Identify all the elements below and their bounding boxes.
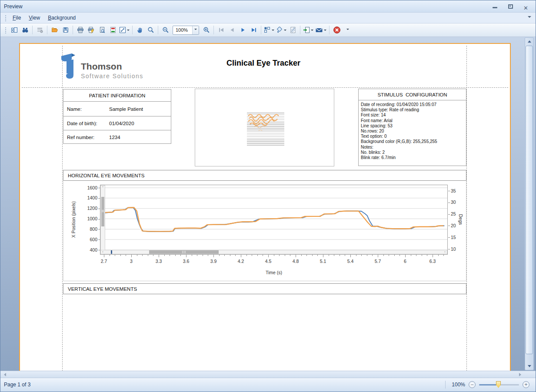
x-tick-label: 6.3 — [426, 259, 439, 264]
status-separator — [445, 381, 446, 389]
zoom-decrease-button[interactable]: − — [469, 381, 476, 388]
arrow-up-icon — [528, 39, 531, 43]
menu-background[interactable]: Background — [44, 13, 80, 22]
zoom-slider[interactable] — [479, 381, 519, 388]
multiple-pages-dropdown-icon — [272, 30, 274, 32]
zoom-combo-dropdown[interactable] — [192, 26, 199, 34]
zoom-slider-track[interactable] — [500, 384, 519, 385]
document-horizontal-scrollbar[interactable] — [0, 371, 536, 378]
menu-overflow-icon[interactable] — [528, 16, 531, 20]
y-tick-mark-left — [98, 188, 100, 188]
chart-vscroll-thumb[interactable] — [101, 197, 104, 226]
open-button[interactable] — [49, 25, 60, 36]
header-footer-button[interactable] — [107, 25, 118, 36]
hscroll-left-button[interactable] — [1, 372, 8, 378]
x-tick-major — [296, 255, 296, 257]
chart-vertical-scrollbar[interactable]: ⌃ ⌄ — [100, 185, 105, 254]
page-color-button[interactable] — [275, 25, 287, 36]
x-tick-minor — [394, 255, 395, 256]
vscroll-down-button[interactable] — [525, 363, 533, 370]
magnifier-button[interactable] — [145, 25, 156, 36]
menu-view[interactable]: View — [25, 13, 44, 22]
x-tick-major — [213, 255, 214, 257]
thomson-logo-icon — [60, 53, 79, 81]
zoom-slider-thumb[interactable] — [496, 381, 501, 388]
patient-ref-value: 1234 — [109, 130, 120, 144]
config-line: Font size: 14 — [361, 113, 464, 118]
multiple-pages-button[interactable] — [263, 25, 275, 36]
close-button[interactable]: ✕ — [523, 4, 529, 9]
margin-line-right — [466, 46, 467, 371]
scroll-left-icon[interactable]: ‹ — [101, 250, 105, 254]
print-button[interactable] — [75, 25, 86, 36]
restore-button[interactable] — [508, 4, 514, 9]
zoom-in-icon — [203, 27, 210, 33]
y-tick-label-right: 30 — [451, 199, 461, 205]
zoom-increase-button[interactable]: + — [523, 381, 529, 388]
chart-horizontal-scrollbar[interactable]: ‹ › — [100, 250, 447, 254]
menu-grip[interactable] — [4, 14, 7, 21]
arrow-right-icon — [519, 373, 523, 376]
gaze-trace-overlay-icon — [246, 112, 286, 147]
page-setup-button[interactable] — [97, 25, 107, 36]
customize-button[interactable] — [34, 25, 45, 36]
x-tick-minor — [170, 255, 170, 256]
scroll-up-icon[interactable]: ⌃ — [101, 186, 105, 189]
chart-hscroll-thumb[interactable] — [149, 250, 219, 254]
x-tick-minor — [126, 255, 126, 256]
x-tick-minor — [230, 255, 230, 256]
send-email-button[interactable] — [314, 25, 327, 36]
y-tick-label-left: 600 — [77, 237, 97, 242]
quick-print-button[interactable] — [86, 25, 97, 36]
zoom-slider-track-filled[interactable] — [479, 384, 498, 385]
document-vertical-scrollbar[interactable] — [525, 37, 534, 370]
previous-page-button[interactable] — [226, 25, 237, 36]
first-page-button[interactable] — [216, 25, 226, 36]
vscroll-up-button[interactable] — [525, 38, 533, 45]
vscroll-thumb[interactable] — [526, 46, 533, 354]
report-page: Thomson Software Solutions Clinical Eye … — [19, 43, 511, 371]
y-tick-label-left: 1200 — [77, 206, 97, 211]
open-folder-icon — [51, 27, 58, 33]
save-floppy-icon — [62, 27, 69, 33]
x-tick-minor — [137, 255, 137, 256]
toolbar-grip[interactable] — [4, 27, 7, 33]
last-page-button[interactable] — [248, 25, 259, 36]
band-line-header — [22, 87, 508, 88]
watermark-icon — [290, 27, 296, 33]
export-document-button[interactable] — [302, 25, 314, 36]
y-tick-mark-left — [98, 219, 100, 219]
y-tick-label-left: 400 — [77, 247, 97, 252]
export-document-icon — [303, 27, 310, 33]
scroll-right-icon[interactable]: › — [443, 250, 447, 254]
document-map-button[interactable] — [9, 25, 20, 36]
minimize-button[interactable] — [492, 4, 498, 9]
hand-tool-button[interactable] — [134, 25, 145, 36]
menu-file[interactable]: File — [9, 13, 25, 22]
zoom-combo[interactable]: 100% — [173, 26, 199, 35]
y-tick-mark-right — [448, 237, 450, 238]
page-setup-icon — [99, 27, 106, 33]
zoom-combo-value[interactable]: 100% — [173, 27, 192, 33]
scale-icon — [119, 27, 126, 33]
close-preview-button[interactable] — [331, 25, 342, 36]
y-tick-label-right: 15 — [451, 235, 461, 240]
toolbar-overflow-button[interactable] — [342, 25, 353, 36]
zoom-in-button[interactable] — [201, 25, 212, 36]
search-button[interactable] — [20, 25, 30, 36]
config-line: No. blinks: 2 — [361, 150, 464, 155]
hscroll-right-button[interactable] — [517, 372, 524, 378]
patient-dob-label: Date of birth): — [67, 116, 97, 130]
x-tick-minor — [197, 255, 197, 256]
save-button[interactable] — [60, 25, 71, 36]
zoom-out-button[interactable] — [160, 25, 171, 36]
next-page-button[interactable] — [237, 25, 248, 36]
x-tick-minor — [285, 255, 285, 256]
patient-ref-label: Ref number: — [67, 130, 94, 144]
y-tick-label-left: 1600 — [77, 185, 97, 190]
scale-button[interactable] — [118, 25, 130, 36]
x-tick-minor — [340, 255, 340, 256]
quick-print-icon — [88, 27, 95, 33]
restore-icon — [508, 4, 513, 9]
watermark-button[interactable] — [287, 25, 298, 36]
